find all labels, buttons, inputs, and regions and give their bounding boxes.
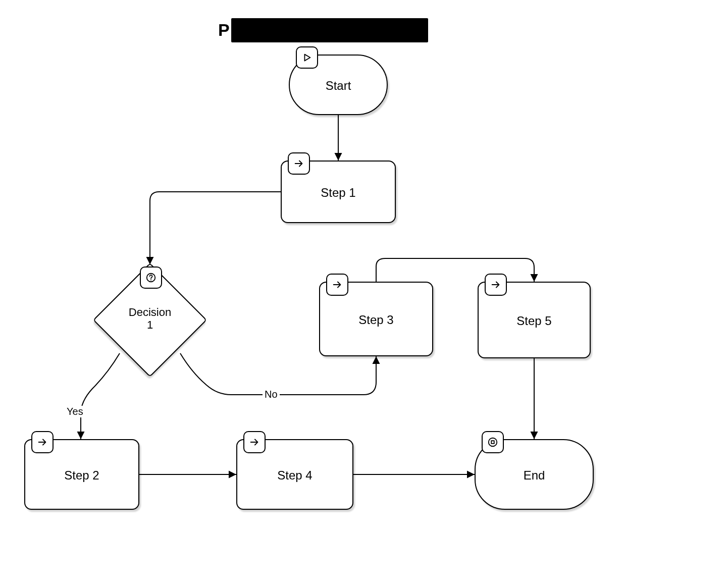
edge-step3-step5 [376,258,534,282]
arrow-right-icon [326,274,348,296]
node-decision1-label: Decision 1 [94,306,205,332]
edge-label-no: No [263,389,280,400]
node-decision1[interactable]: Decision 1 [94,264,205,376]
arrow-right-icon [288,152,310,175]
node-step3[interactable]: Step 3 [319,282,433,356]
node-step4-label: Step 4 [237,468,352,483]
node-step1-label: Step 1 [282,186,395,200]
svg-point-1 [150,279,151,280]
arrow-right-icon [31,431,54,453]
node-step4[interactable]: Step 4 [236,439,353,510]
arrow-right-icon [485,274,507,296]
svg-rect-3 [491,441,494,444]
flowchart-canvas: P Yes No Start [0,0,728,587]
node-step5-label: Step 5 [479,314,590,328]
question-icon [140,266,162,289]
edge-label-yes: Yes [65,406,85,417]
svg-point-2 [489,438,497,447]
diagram-title: P [218,20,230,40]
node-step2[interactable]: Step 2 [24,439,139,510]
title-redaction [231,18,428,42]
node-step2-label: Step 2 [25,468,138,483]
node-step3-label: Step 3 [320,313,432,327]
node-start-label: Start [290,79,387,93]
node-step1[interactable]: Step 1 [281,161,396,223]
play-icon [296,46,318,69]
node-end-label: End [476,468,593,483]
edge-step1-decision [150,192,281,264]
arrow-right-icon [243,431,266,453]
stop-icon [482,431,504,453]
node-end[interactable]: End [475,439,594,510]
node-step5[interactable]: Step 5 [478,282,591,358]
node-start[interactable]: Start [289,55,388,115]
